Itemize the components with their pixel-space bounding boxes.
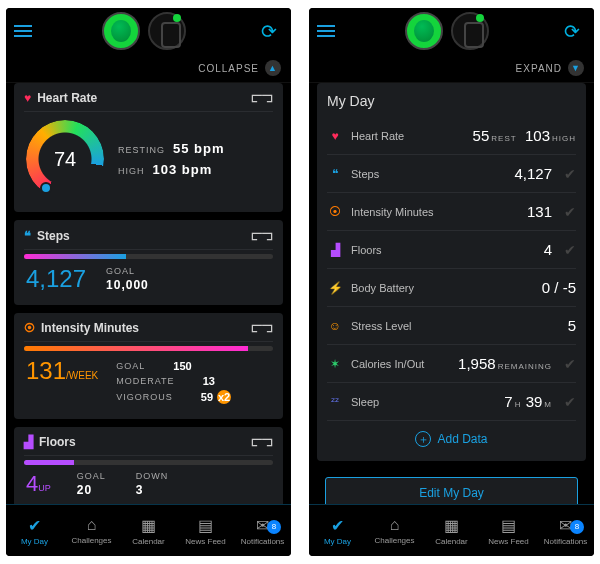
card-steps[interactable]: ❝ Steps ⫍⫎ 4,127 GOAL 10,000: [14, 220, 283, 305]
menu-icon[interactable]: [14, 24, 32, 38]
steps-goal-value: 10,000: [106, 278, 149, 292]
chevron-icon: ✔: [560, 204, 576, 220]
nav-challenges[interactable]: ⌂Challenges: [366, 516, 423, 545]
row-floors[interactable]: ▟ Floors 4 ✔: [327, 231, 576, 269]
menu-icon[interactable]: [317, 24, 335, 38]
chart-icon[interactable]: ⫍⫎: [251, 92, 273, 104]
notification-badge: 8: [267, 520, 281, 534]
sync-icon[interactable]: ⟳: [558, 17, 586, 45]
floors-unit: UP: [38, 483, 51, 493]
hr-high-value: 103: [525, 127, 550, 144]
sync-icon[interactable]: ⟳: [255, 17, 283, 45]
avatar-badge[interactable]: [102, 12, 140, 50]
chart-icon[interactable]: ⫍⫎: [251, 436, 273, 448]
sleep-minutes-unit: M: [544, 400, 552, 409]
chevron-icon: ✔: [560, 394, 576, 410]
avatar-badge[interactable]: [405, 12, 443, 50]
stress-icon: ☺: [327, 319, 343, 333]
high-value: 103 bpm: [153, 162, 213, 177]
chevron-down-icon: ▼: [568, 60, 584, 76]
news-icon: ▤: [501, 516, 516, 535]
row-stress[interactable]: ☺ Stress Level 5: [327, 307, 576, 345]
footsteps-icon: ❝: [327, 167, 343, 181]
phone-screen-expanded: ⟳ COLLAPSE ▲ ♥ Heart Rate ⫍⫎ 74: [6, 8, 291, 556]
edit-my-day-button[interactable]: Edit My Day: [325, 477, 578, 504]
calendar-icon: ▦: [444, 516, 459, 535]
expand-label: EXPAND: [516, 63, 562, 74]
heart-rate-value: 74: [26, 120, 104, 198]
card-title: Intensity Minutes: [41, 321, 139, 335]
collapse-toggle[interactable]: COLLAPSE ▲: [6, 54, 291, 83]
chevron-up-icon: ▲: [265, 60, 281, 76]
floors-value: 4: [26, 471, 38, 496]
row-steps[interactable]: ❝ Steps 4,127 ✔: [327, 155, 576, 193]
chevron-icon: ✔: [560, 242, 576, 258]
resting-label: RESTING: [118, 145, 165, 155]
expand-toggle[interactable]: EXPAND ▼: [309, 54, 594, 83]
row-value: 5: [568, 317, 576, 334]
nav-my-day[interactable]: ✔My Day: [309, 516, 366, 546]
device-watch-icon[interactable]: [451, 12, 489, 50]
nav-label: Challenges: [374, 536, 414, 545]
bottom-nav: ✔My Day ⌂Challenges ▦Calendar ▤News Feed…: [309, 504, 594, 556]
row-value: 4,127: [514, 165, 552, 182]
calories-unit: REMAINING: [498, 362, 552, 371]
nav-notifications[interactable]: ✉Notifications8: [537, 516, 594, 546]
calories-icon: ✶: [327, 357, 343, 371]
topbar: ⟳: [6, 8, 291, 54]
summary-scroll: My Day ♥ Heart Rate 55REST 103HIGH ❝ Ste…: [309, 83, 594, 504]
nav-calendar[interactable]: ▦Calendar: [423, 516, 480, 546]
intensity-moderate-label: MODERATE: [116, 376, 174, 386]
card-title: Steps: [37, 229, 70, 243]
topbar: ⟳: [309, 8, 594, 54]
nav-challenges[interactable]: ⌂Challenges: [63, 516, 120, 545]
steps-value: 4,127: [26, 265, 86, 293]
chevron-icon: ✔: [560, 166, 576, 182]
card-intensity[interactable]: ⦿ Intensity Minutes ⫍⫎ 131/WEEK GOAL150 …: [14, 313, 283, 419]
card-head: ♥ Heart Rate ⫍⫎: [24, 91, 273, 112]
row-label: Sleep: [351, 396, 496, 408]
heart-icon: ♥: [24, 91, 31, 105]
check-icon: ✔: [331, 516, 344, 535]
row-heart-rate[interactable]: ♥ Heart Rate 55REST 103HIGH: [327, 117, 576, 155]
nav-label: Calendar: [435, 537, 467, 546]
nav-label: Challenges: [71, 536, 111, 545]
intensity-icon: ⦿: [24, 322, 35, 334]
intensity-goal-value: 150: [173, 360, 191, 372]
nav-newsfeed[interactable]: ▤News Feed: [177, 516, 234, 546]
heart-icon: ♥: [327, 129, 343, 143]
nav-notifications[interactable]: ✉Notifications8: [234, 516, 291, 546]
laurel-icon: ⌂: [390, 516, 400, 534]
hr-rest-unit: REST: [491, 134, 516, 143]
footsteps-icon: ❝: [24, 228, 31, 243]
nav-newsfeed[interactable]: ▤News Feed: [480, 516, 537, 546]
steps-goal-label: GOAL: [106, 266, 135, 276]
card-title: Heart Rate: [37, 91, 97, 105]
nav-my-day[interactable]: ✔My Day: [6, 516, 63, 546]
heart-rate-marker-icon: [40, 182, 52, 194]
collapse-label: COLLAPSE: [198, 63, 259, 74]
row-label: Steps: [351, 168, 506, 180]
row-body-battery[interactable]: ⚡ Body Battery 0 / -5: [327, 269, 576, 307]
add-data-button[interactable]: ＋ Add Data: [327, 421, 576, 457]
nav-label: Calendar: [132, 537, 164, 546]
intensity-moderate-value: 13: [203, 375, 215, 387]
bottom-nav: ✔My Day ⌂Challenges ▦Calendar ▤News Feed…: [6, 504, 291, 556]
row-label: Calories In/Out: [351, 358, 450, 370]
sleep-hours-unit: H: [515, 400, 522, 409]
row-sleep[interactable]: ᶻᶻ Sleep 7H 39M ✔: [327, 383, 576, 421]
row-calories[interactable]: ✶ Calories In/Out 1,958REMAINING ✔: [327, 345, 576, 383]
notification-badge: 8: [570, 520, 584, 534]
card-heart-rate[interactable]: ♥ Heart Rate ⫍⫎ 74 RESTING 55 bpm: [14, 83, 283, 212]
resting-value: 55 bpm: [173, 141, 225, 156]
row-value: 131: [527, 203, 552, 220]
chart-icon[interactable]: ⫍⫎: [251, 230, 273, 242]
calories-value: 1,958: [458, 355, 496, 372]
add-data-label: Add Data: [437, 432, 487, 446]
nav-calendar[interactable]: ▦Calendar: [120, 516, 177, 546]
row-intensity[interactable]: ⦿ Intensity Minutes 131 ✔: [327, 193, 576, 231]
device-watch-icon[interactable]: [148, 12, 186, 50]
sleep-icon: ᶻᶻ: [327, 395, 343, 409]
card-floors[interactable]: ▟ Floors ⫍⫎ 4UP GOAL20 DOWN3: [14, 427, 283, 504]
chart-icon[interactable]: ⫍⫎: [251, 322, 273, 334]
